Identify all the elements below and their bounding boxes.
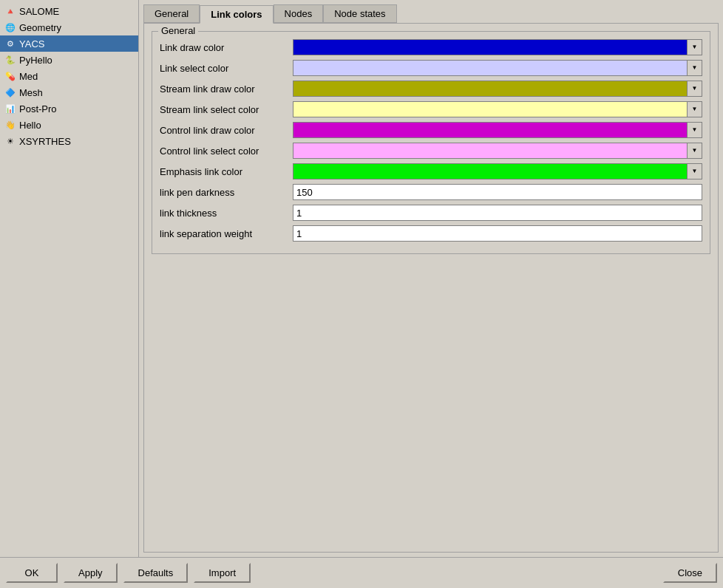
- color-swatch-control-link-draw-color: [293, 123, 687, 137]
- chevron-down-icon: ▼: [692, 65, 698, 71]
- form-row-link-pen-darkness: link pen darkness: [160, 184, 702, 200]
- import-button[interactable]: Import: [194, 563, 251, 583]
- form-row-link-draw-color: Link draw color▼: [160, 39, 702, 55]
- color-swatch-link-select-color: [293, 61, 687, 75]
- form-row-stream-link-draw-color: Stream link draw color▼: [160, 81, 702, 97]
- sidebar-item-xsyrthes[interactable]: ☀XSYRTHES: [0, 133, 138, 149]
- chevron-down-icon: ▼: [692, 106, 698, 112]
- sidebar-item-pyhello[interactable]: 🐍PyHello: [0, 52, 138, 68]
- label-control-link-draw-color: Control link draw color: [160, 125, 293, 136]
- color-dropdown-emphasis-link-color[interactable]: ▼: [687, 164, 702, 179]
- color-field-link-draw-color[interactable]: ▼: [293, 39, 702, 55]
- chevron-down-icon: ▼: [692, 86, 698, 92]
- label-link-separation-weight: link separation weight: [160, 228, 293, 239]
- color-swatch-stream-link-draw-color: [293, 81, 687, 96]
- sidebar: 🔺SALOME🌐Geometry⚙YACS🐍PyHello💊Med🔷Mesh📊P…: [0, 0, 139, 557]
- sidebar-icon-mesh: 🔷: [4, 86, 16, 98]
- sidebar-item-postpro[interactable]: 📊Post-Pro: [0, 100, 138, 117]
- color-dropdown-control-link-select-color[interactable]: ▼: [687, 143, 702, 158]
- color-dropdown-link-select-color[interactable]: ▼: [687, 61, 702, 75]
- form-row-link-select-color: Link select color▼: [160, 60, 702, 76]
- sidebar-label-yacs: YACS: [19, 38, 44, 49]
- color-swatch-stream-link-select-color: [293, 102, 687, 117]
- color-field-stream-link-select-color[interactable]: ▼: [293, 101, 702, 117]
- sidebar-icon-hello: 👋: [4, 119, 16, 131]
- color-dropdown-control-link-draw-color[interactable]: ▼: [687, 123, 702, 137]
- label-emphasis-link-color: Emphasis link color: [160, 166, 293, 177]
- sidebar-label-pyhello: PyHello: [19, 55, 52, 66]
- right-panel: GeneralLink colorsNodesNode states Gener…: [139, 0, 723, 557]
- form-row-control-link-draw-color: Control link draw color▼: [160, 122, 702, 138]
- color-dropdown-stream-link-select-color[interactable]: ▼: [687, 102, 702, 117]
- color-field-stream-link-draw-color[interactable]: ▼: [293, 81, 702, 97]
- input-link-separation-weight[interactable]: [293, 225, 702, 242]
- apply-button[interactable]: Apply: [64, 563, 118, 583]
- chevron-down-icon: ▼: [692, 148, 698, 154]
- sidebar-icon-postpro: 📊: [4, 103, 16, 114]
- bottom-bar: OK Apply Defaults Import Close: [0, 557, 723, 588]
- label-control-link-select-color: Control link select color: [160, 146, 293, 157]
- sidebar-label-xsyrthes: XSYRTHES: [19, 136, 71, 147]
- label-link-thickness: link thickness: [160, 208, 293, 219]
- color-dropdown-stream-link-draw-color[interactable]: ▼: [687, 81, 702, 96]
- color-field-link-select-color[interactable]: ▼: [293, 60, 702, 76]
- color-field-emphasis-link-color[interactable]: ▼: [293, 163, 702, 180]
- label-link-draw-color: Link draw color: [160, 42, 293, 53]
- form-row-control-link-select-color: Control link select color▼: [160, 143, 702, 159]
- color-swatch-control-link-select-color: [293, 143, 687, 158]
- defaults-button[interactable]: Defaults: [123, 563, 189, 583]
- tab-node-states[interactable]: Node states: [323, 4, 396, 23]
- ok-button[interactable]: OK: [6, 563, 58, 583]
- label-link-pen-darkness: link pen darkness: [160, 187, 293, 198]
- chevron-down-icon: ▼: [692, 44, 698, 50]
- color-field-control-link-select-color[interactable]: ▼: [293, 143, 702, 159]
- label-stream-link-select-color: Stream link select color: [160, 104, 293, 115]
- sidebar-item-mesh[interactable]: 🔷Mesh: [0, 84, 138, 100]
- sidebar-item-geometry[interactable]: 🌐Geometry: [0, 19, 138, 35]
- label-stream-link-draw-color: Stream link draw color: [160, 83, 293, 95]
- chevron-down-icon: ▼: [692, 127, 698, 133]
- form-row-link-separation-weight: link separation weight: [160, 225, 702, 242]
- tab-general[interactable]: General: [143, 4, 200, 23]
- sidebar-label-hello: Hello: [19, 120, 41, 131]
- group-title: General: [158, 25, 198, 36]
- sidebar-label-salome: SALOME: [19, 6, 59, 17]
- chevron-down-icon: ▼: [692, 168, 698, 174]
- color-swatch-emphasis-link-color: [293, 164, 687, 179]
- sidebar-icon-salome: 🔺: [4, 5, 16, 17]
- form-row-stream-link-select-color: Stream link select color▼: [160, 101, 702, 117]
- close-button[interactable]: Close: [663, 563, 717, 583]
- sidebar-label-med: Med: [19, 71, 38, 82]
- form-row-link-thickness: link thickness: [160, 205, 702, 221]
- color-swatch-link-draw-color: [293, 40, 687, 55]
- general-group: General Link draw color▼Link select colo…: [152, 31, 710, 254]
- sidebar-item-med[interactable]: 💊Med: [0, 68, 138, 84]
- sidebar-label-geometry: Geometry: [19, 22, 61, 33]
- sidebar-icon-med: 💊: [4, 70, 16, 82]
- content-area: General Link draw color▼Link select colo…: [143, 23, 719, 553]
- sidebar-icon-geometry: 🌐: [4, 21, 16, 33]
- input-link-pen-darkness[interactable]: [293, 184, 702, 200]
- sidebar-item-salome[interactable]: 🔺SALOME: [0, 3, 138, 19]
- sidebar-label-mesh: Mesh: [19, 87, 43, 98]
- input-link-thickness[interactable]: [293, 205, 702, 221]
- tab-link-colors[interactable]: Link colors: [200, 5, 273, 24]
- color-field-control-link-draw-color[interactable]: ▼: [293, 122, 702, 138]
- sidebar-label-postpro: Post-Pro: [19, 103, 57, 114]
- sidebar-icon-yacs: ⚙: [4, 38, 16, 49]
- label-link-select-color: Link select color: [160, 63, 293, 74]
- form-rows: Link draw color▼Link select color▼Stream…: [160, 39, 702, 242]
- sidebar-item-yacs[interactable]: ⚙YACS: [0, 35, 138, 52]
- sidebar-icon-xsyrthes: ☀: [4, 135, 16, 147]
- form-row-emphasis-link-color: Emphasis link color▼: [160, 163, 702, 180]
- color-dropdown-link-draw-color[interactable]: ▼: [687, 40, 702, 55]
- tab-bar: GeneralLink colorsNodesNode states: [143, 4, 719, 23]
- tab-nodes[interactable]: Nodes: [274, 4, 324, 23]
- sidebar-item-hello[interactable]: 👋Hello: [0, 117, 138, 133]
- sidebar-icon-pyhello: 🐍: [4, 54, 16, 66]
